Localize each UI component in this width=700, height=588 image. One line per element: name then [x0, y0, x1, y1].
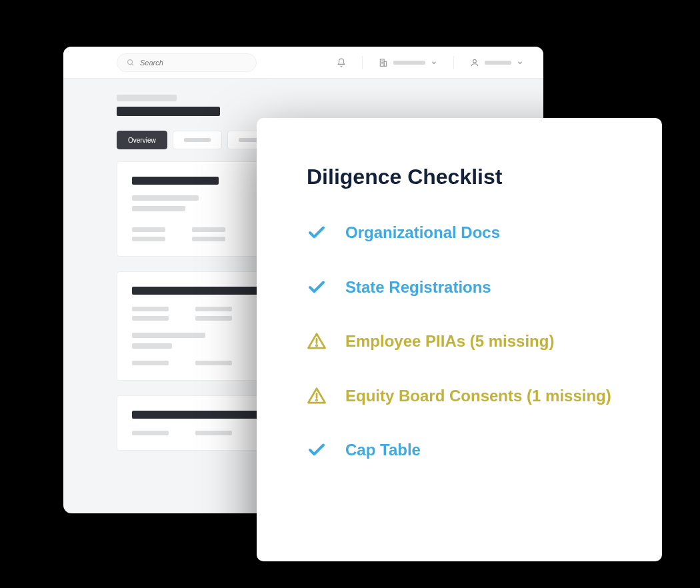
- page-header: [63, 79, 543, 123]
- text-placeholder: [195, 361, 232, 365]
- user-menu[interactable]: [463, 58, 530, 67]
- checklist-item[interactable]: Equity Board Consents (1 missing): [307, 385, 622, 407]
- tab-placeholder[interactable]: [173, 131, 222, 149]
- card-title-placeholder: [132, 287, 265, 295]
- svg-point-0: [128, 59, 133, 64]
- checklist-item[interactable]: Cap Table: [307, 439, 622, 461]
- user-icon: [470, 58, 479, 67]
- text-placeholder: [195, 431, 232, 435]
- building-icon: [379, 58, 388, 67]
- notifications-button[interactable]: [330, 58, 353, 67]
- check-icon: [307, 277, 327, 297]
- checklist-item-label: Employee PIIAs (5 missing): [345, 330, 554, 353]
- text-placeholder: [132, 237, 165, 241]
- text-placeholder: [132, 361, 169, 365]
- checklist-title: Diligence Checklist: [307, 165, 622, 189]
- checklist-item-label: Equity Board Consents (1 missing): [345, 385, 611, 407]
- text-placeholder: [192, 227, 225, 232]
- svg-point-7: [473, 59, 477, 63]
- tab-label: Overview: [128, 137, 156, 144]
- chevron-down-icon: [517, 59, 523, 66]
- text-placeholder: [132, 316, 169, 321]
- text-placeholder: [132, 343, 172, 349]
- svg-rect-3: [384, 61, 387, 66]
- org-switcher[interactable]: [372, 58, 444, 67]
- org-name-placeholder: [393, 61, 425, 65]
- svg-point-9: [316, 345, 317, 347]
- search-box[interactable]: [117, 53, 257, 72]
- text-placeholder: [132, 206, 185, 211]
- text-placeholder: [132, 307, 169, 311]
- checklist-item[interactable]: Employee PIIAs (5 missing): [307, 330, 622, 353]
- user-name-placeholder: [485, 61, 511, 65]
- separator: [453, 56, 454, 69]
- warning-icon: [307, 331, 327, 351]
- check-icon: [307, 223, 327, 243]
- tab-overview[interactable]: Overview: [117, 131, 167, 149]
- separator: [362, 56, 363, 69]
- text-placeholder: [132, 431, 169, 435]
- chevron-down-icon: [431, 59, 437, 66]
- text-placeholder: [195, 316, 232, 321]
- search-input[interactable]: [140, 59, 247, 67]
- bell-icon: [337, 58, 346, 67]
- card-title-placeholder: [132, 411, 265, 419]
- svg-point-11: [316, 399, 317, 401]
- breadcrumb-placeholder: [117, 95, 177, 101]
- page-title-placeholder: [117, 107, 220, 116]
- check-icon: [307, 440, 327, 460]
- diligence-checklist-card: Diligence Checklist Organizational DocsS…: [257, 118, 662, 561]
- text-placeholder: [132, 227, 165, 232]
- checklist-item-label: State Registrations: [345, 276, 491, 299]
- text-placeholder: [132, 195, 199, 201]
- checklist-item-label: Cap Table: [345, 439, 421, 461]
- svg-line-1: [132, 63, 134, 65]
- tab-label-placeholder: [184, 138, 211, 142]
- checklist-items: Organizational DocsState RegistrationsEm…: [307, 221, 622, 461]
- text-placeholder: [132, 333, 205, 338]
- card-title-placeholder: [132, 177, 219, 185]
- topbar: [63, 47, 543, 79]
- checklist-item[interactable]: State Registrations: [307, 276, 622, 299]
- search-icon: [127, 59, 135, 67]
- checklist-item-label: Organizational Docs: [345, 221, 500, 244]
- text-placeholder: [192, 237, 225, 241]
- checklist-item[interactable]: Organizational Docs: [307, 221, 622, 244]
- warning-icon: [307, 386, 327, 406]
- text-placeholder: [195, 307, 232, 311]
